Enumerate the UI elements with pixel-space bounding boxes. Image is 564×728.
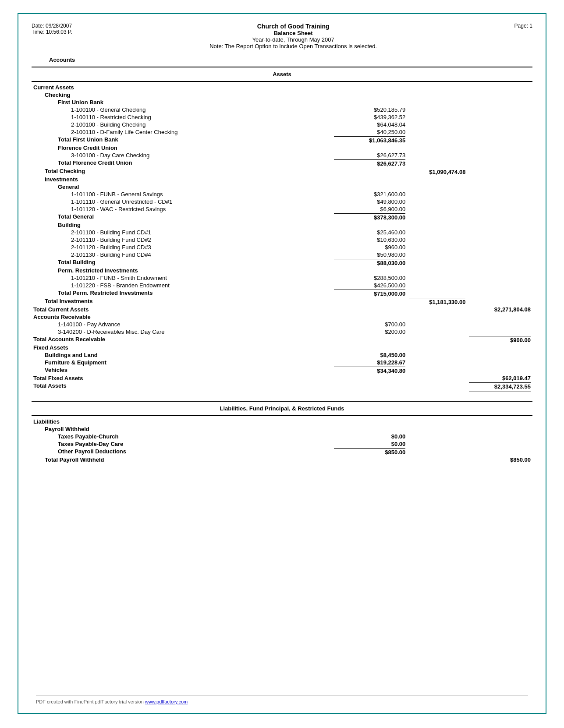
time-label: Time: 10:56:03 P.	[32, 29, 72, 35]
furniture-equipment-amt: $19,228.67	[332, 359, 407, 366]
footer-text: PDF created with FinePrint pdfFactory tr…	[36, 699, 145, 704]
total-payroll-withheld-amt: $850.00	[467, 456, 532, 463]
report-title: Balance Sheet	[209, 30, 377, 36]
total-building-amt: $88,030.00	[334, 259, 405, 266]
total-payroll-withheld-row: Total Payroll Withheld $850.00	[32, 456, 532, 463]
liabilities-section-header: Liabilities, Fund Principal, & Restricte…	[32, 403, 532, 413]
table-row: 2-101100 - Building Fund CD#1 $25,460.00	[32, 229, 532, 236]
current-assets-header: Current Assets	[32, 84, 532, 91]
total-general-row: Total General $378,300.00	[32, 213, 532, 221]
taxes-church-amt: $0.00	[332, 433, 407, 440]
fixed-assets-label: Fixed Assets	[32, 344, 332, 351]
building-header: Building	[32, 221, 532, 229]
total-florence-amt: $26,627.73	[334, 159, 405, 167]
total-investments-amt: $1,181,330.00	[409, 298, 465, 305]
perm-restricted-label: Perm. Restricted Investments	[32, 267, 332, 274]
first-union-bank-label: First Union Bank	[32, 99, 332, 106]
header-right: Page: 1	[514, 23, 532, 29]
other-payroll-row: Other Payroll Deductions $850.00	[32, 448, 532, 456]
total-assets-label: Total Assets	[32, 382, 332, 392]
total-general-amt: $378,300.00	[334, 213, 405, 221]
total-payroll-withheld-label: Total Payroll Withheld	[32, 456, 332, 463]
liabilities-top-divider	[32, 401, 532, 402]
total-current-assets-label: Total Current Assets	[32, 306, 332, 313]
total-investments-row: Total Investments $1,181,330.00	[32, 297, 532, 306]
total-perm-restricted-amt: $715,000.00	[334, 290, 405, 297]
payroll-withheld-label: Payroll Withheld	[32, 425, 332, 433]
table-row: 1-140100 - Pay Advance $700.00	[32, 321, 532, 328]
first-union-bank-header: First Union Bank	[32, 99, 532, 106]
other-payroll-label: Other Payroll Deductions	[32, 448, 332, 456]
buildings-land-amt: $8,450.00	[332, 351, 407, 359]
assets-section-header: Assets	[32, 69, 532, 79]
taxes-church-label: Taxes Payable-Church	[32, 433, 332, 440]
total-ar-row: Total Accounts Receivable $900.00	[32, 336, 532, 344]
buildings-land-label: Buildings and Land	[32, 351, 332, 359]
table-row: 2-101110 - Building Fund CD#2 $10,630.00	[32, 236, 532, 244]
table-row: 2-100110 - D-Family Life Center Checking…	[32, 128, 532, 136]
total-investments-label: Total Investments	[32, 297, 332, 306]
table-row: 3-140200 - D-Receivables Misc. Day Care …	[32, 328, 532, 336]
florence-credit-union-header: Florence Credit Union	[32, 144, 532, 152]
table-row: 1-101210 - FUNB - Smith Endowment $288,5…	[32, 274, 532, 282]
page-number: Page: 1	[514, 23, 532, 29]
total-perm-restricted-row: Total Perm. Restricted Investments $715,…	[32, 289, 532, 297]
vehicles-amt: $34,340.80	[334, 367, 405, 374]
footer-link[interactable]: www.pdffactory.com	[145, 699, 188, 704]
note: Note: The Report Option to include Open …	[209, 43, 377, 49]
taxes-daycare-amt: $0.00	[332, 440, 407, 448]
total-first-union-label: Total First Union Bank	[32, 136, 332, 144]
taxes-daycare-row: Taxes Payable-Day Care $0.00	[32, 440, 532, 448]
liabilities-header: Liabilities	[32, 418, 532, 425]
taxes-daycare-label: Taxes Payable-Day Care	[32, 440, 332, 448]
assets-header-divider	[32, 81, 532, 82]
total-assets-amt: $2,334,723.55	[469, 382, 531, 392]
liabilities-table: Liabilities Payroll Withheld Taxes Payab…	[32, 418, 532, 463]
total-first-union-row: Total First Union Bank $1,063,846.35	[32, 136, 532, 144]
table-row: 1-100110 - Restricted Checking $439,362.…	[32, 113, 532, 121]
total-building-row: Total Building $88,030.00	[32, 258, 532, 267]
table-row: 3-100100 - Day Care Checking $26,627.73	[32, 152, 532, 159]
total-checking-amt: $1,090,474.08	[409, 168, 465, 175]
general-label: General	[32, 183, 332, 191]
general-header: General	[32, 183, 532, 191]
table-row: 1-100100 - General Checking $520,185.79	[32, 106, 532, 113]
total-current-assets-amt: $2,271,804.08	[467, 306, 532, 313]
page-header: Date: 09/28/2007 Time: 10:56:03 P. Churc…	[32, 23, 532, 49]
furniture-equipment-label: Furniture & Equipment	[32, 359, 332, 366]
total-florence-row: Total Florence Credit Union $26,627.73	[32, 159, 532, 167]
total-ar-amt: $900.00	[469, 336, 531, 343]
vehicles-row: Vehicles $34,340.80	[32, 366, 532, 375]
building-label: Building	[32, 221, 332, 229]
total-assets-row: Total Assets $2,334,723.55	[32, 382, 532, 392]
table-row: 2-101120 - Building Fund CD#3 $960.00	[32, 244, 532, 251]
table-row: 1-101120 - WAC - Restricted Savings $6,9…	[32, 205, 532, 213]
date-label: Date: 09/28/2007	[32, 23, 72, 29]
florence-credit-union-label: Florence Credit Union	[32, 144, 332, 152]
total-current-assets-row: Total Current Assets $2,271,804.08	[32, 306, 532, 313]
period: Year-to-date, Through May 2007	[209, 36, 377, 43]
total-fixed-assets-amt: $62,019.47	[467, 375, 532, 382]
header-center: Church of Good Training Balance Sheet Ye…	[209, 23, 377, 49]
total-ar-label: Total Accounts Receivable	[32, 336, 332, 344]
table-row: 2-100100 - Building Checking $64,048.04	[32, 121, 532, 128]
top-divider	[32, 67, 532, 67]
furniture-equipment-row: Furniture & Equipment $19,228.67	[32, 359, 532, 366]
accounts-receivable-header: Accounts Receivable	[32, 313, 532, 321]
accounts-receivable-label: Accounts Receivable	[32, 313, 332, 321]
total-building-label: Total Building	[32, 258, 332, 267]
liabilities-label: Liabilities	[32, 418, 332, 425]
table-row: 1-101110 - General Unrestricted - CD#1 $…	[32, 198, 532, 205]
total-fixed-assets-label: Total Fixed Assets	[32, 375, 332, 382]
footer: PDF created with FinePrint pdfFactory tr…	[36, 695, 528, 704]
checking-header: Checking	[32, 91, 532, 99]
checking-label: Checking	[32, 91, 332, 99]
total-checking-row: Total Checking $1,090,474.08	[32, 167, 532, 176]
other-payroll-amt: $850.00	[334, 448, 405, 456]
header-left: Date: 09/28/2007 Time: 10:56:03 P.	[32, 23, 72, 35]
investments-label: Investments	[32, 176, 332, 183]
fixed-assets-header: Fixed Assets	[32, 344, 532, 351]
total-checking-label: Total Checking	[32, 167, 332, 176]
taxes-church-row: Taxes Payable-Church $0.00	[32, 433, 532, 440]
liabilities-header-divider	[32, 415, 532, 416]
